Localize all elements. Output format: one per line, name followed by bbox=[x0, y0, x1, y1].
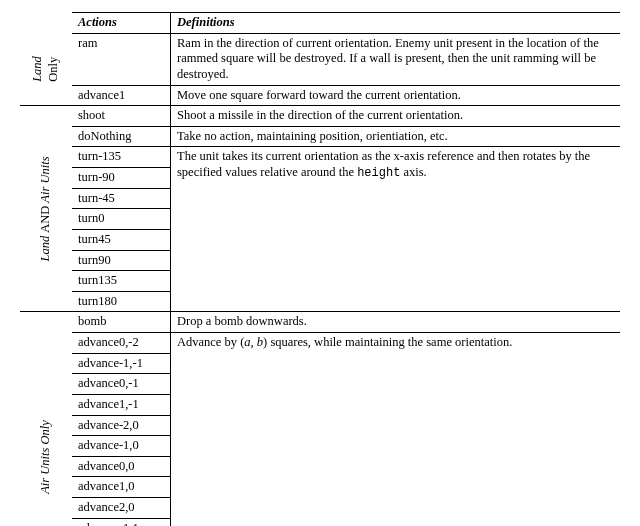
action-definition-advance: Advance by (a, b) squares, while maintai… bbox=[171, 333, 621, 527]
table-row: Land AND Air Units shoot Shoot a missile… bbox=[20, 106, 620, 127]
header-actions: Actions bbox=[72, 13, 171, 34]
action-name: advance0,0 bbox=[72, 456, 171, 477]
action-name: advance-1,0 bbox=[72, 436, 171, 457]
category-land-and-air: Land AND Air Units bbox=[20, 106, 72, 312]
action-name: advance0,-1 bbox=[72, 374, 171, 395]
action-name: advance2,0 bbox=[72, 498, 171, 519]
action-name: advance1,-1 bbox=[72, 394, 171, 415]
category-land-only: LandOnly bbox=[20, 33, 72, 106]
action-name: advance-2,0 bbox=[72, 415, 171, 436]
table-row: advance0,-2 Advance by (a, b) squares, w… bbox=[20, 333, 620, 354]
action-definition: Move one square forward toward the curre… bbox=[171, 85, 621, 106]
actions-table: Actions Definitions LandOnly ram Ram in … bbox=[20, 12, 620, 526]
action-name: turn-45 bbox=[72, 188, 171, 209]
action-name: turn135 bbox=[72, 271, 171, 292]
action-definition: Shoot a missile in the direction of the … bbox=[171, 106, 621, 127]
table-row: Air Units Only bomb Drop a bomb downward… bbox=[20, 312, 620, 333]
action-name: turn45 bbox=[72, 229, 171, 250]
table-row: LandOnly ram Ram in the direction of cur… bbox=[20, 33, 620, 85]
header-definitions: Definitions bbox=[171, 13, 621, 34]
action-definition-turns: The unit takes its current orientation a… bbox=[171, 147, 621, 312]
action-name: bomb bbox=[72, 312, 171, 333]
table-header-row: Actions Definitions bbox=[20, 13, 620, 34]
action-name: turn90 bbox=[72, 250, 171, 271]
category-air-only: Air Units Only bbox=[20, 312, 72, 526]
action-definition: Take no action, maintaining position, or… bbox=[171, 126, 621, 147]
action-name: advance1 bbox=[72, 85, 171, 106]
table-row: doNothing Take no action, maintaining po… bbox=[20, 126, 620, 147]
table-row: advance1 Move one square forward toward … bbox=[20, 85, 620, 106]
action-name: turn180 bbox=[72, 291, 171, 312]
action-name: turn-90 bbox=[72, 168, 171, 189]
action-name: shoot bbox=[72, 106, 171, 127]
action-name: turn0 bbox=[72, 209, 171, 230]
action-definition: Drop a bomb downwards. bbox=[171, 312, 621, 333]
action-definition: Ram in the direction of current orientat… bbox=[171, 33, 621, 85]
action-name: advance-1,-1 bbox=[72, 353, 171, 374]
action-name: advance1,0 bbox=[72, 477, 171, 498]
action-name: turn-135 bbox=[72, 147, 171, 168]
action-name: ram bbox=[72, 33, 171, 85]
action-name: advance-1,1 bbox=[72, 518, 171, 526]
action-name: advance0,-2 bbox=[72, 333, 171, 354]
table-row: turn-135 The unit takes its current orie… bbox=[20, 147, 620, 168]
action-name: doNothing bbox=[72, 126, 171, 147]
